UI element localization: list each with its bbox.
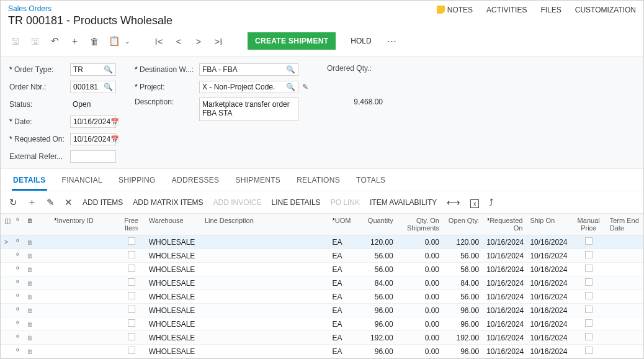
cell-manual-price[interactable]: [571, 345, 606, 358]
notes-link[interactable]: NOTES: [437, 6, 473, 14]
cell-ship-on[interactable]: 10/16/2024: [526, 235, 571, 249]
cell-requested-on[interactable]: 10/16/2024: [483, 235, 526, 249]
col-inventory[interactable]: *Inventory ID: [50, 214, 117, 235]
cell-uom[interactable]: EA: [329, 304, 359, 317]
cell-free-item[interactable]: [118, 235, 145, 249]
cell-warehouse[interactable]: WHOLESALE: [145, 331, 201, 345]
tab-addresses[interactable]: ADDRESSES: [171, 170, 221, 191]
col-term-end-date[interactable]: Term End Date: [606, 214, 643, 235]
table-row[interactable]: ⁰🗎WHOLESALEEA84.000.0084.0010/16/202410/…: [1, 276, 643, 290]
cell-requested-on[interactable]: 10/16/2024: [483, 304, 526, 317]
files-link[interactable]: FILES: [540, 6, 561, 14]
cell-free-item[interactable]: [118, 249, 145, 263]
grid-edit-icon[interactable]: ✎: [47, 197, 55, 208]
table-row[interactable]: ⁰🗎WHOLESALEEA192.000.00192.0010/16/20241…: [1, 331, 643, 345]
cell-open-qty[interactable]: 96.00: [443, 317, 483, 331]
col-open-qty[interactable]: Open Qty.: [443, 214, 483, 235]
cell-term-end-date[interactable]: [606, 263, 643, 276]
refresh-icon[interactable]: ↻: [9, 197, 17, 208]
cell-qty-shipments[interactable]: 0.00: [397, 304, 443, 317]
row-notes-icon[interactable]: 🗎: [23, 345, 37, 358]
cell-ship-on[interactable]: 10/16/2024: [526, 276, 571, 290]
col-line-description[interactable]: Line Description: [201, 214, 329, 235]
cell-open-qty[interactable]: 120.00: [443, 235, 483, 249]
description-input[interactable]: [199, 98, 298, 121]
cell-line-description[interactable]: [201, 263, 329, 276]
cell-qty-shipments[interactable]: 0.00: [397, 317, 443, 331]
order-nbr-input[interactable]: 000181🔍: [70, 81, 116, 93]
cell-requested-on[interactable]: 10/16/2024: [483, 276, 526, 290]
col-free-item[interactable]: Free Item: [118, 214, 145, 235]
cell-uom[interactable]: EA: [329, 331, 359, 345]
row-attach-icon[interactable]: ⁰: [12, 304, 23, 317]
cell-term-end-date[interactable]: [606, 304, 643, 317]
cell-qty-shipments[interactable]: 0.00: [397, 290, 443, 304]
row-attach-icon[interactable]: ⁰: [12, 263, 23, 276]
row-notes-icon[interactable]: 🗎: [23, 317, 37, 331]
table-row[interactable]: ⁰🗎WHOLESALEEA96.000.0096.0010/16/202410/…: [1, 317, 643, 331]
cell-term-end-date[interactable]: [606, 249, 643, 263]
cell-qty-shipments[interactable]: 0.00: [397, 345, 443, 358]
cell-line-description[interactable]: [201, 235, 329, 249]
cell-warehouse[interactable]: WHOLESALE: [145, 263, 201, 276]
cell-requested-on[interactable]: 10/16/2024: [483, 317, 526, 331]
cell-open-qty[interactable]: 96.00: [443, 345, 483, 358]
cell-ship-on[interactable]: 10/16/2024: [526, 331, 571, 345]
cell-inventory[interactable]: [50, 249, 117, 263]
cell-ship-on[interactable]: 10/16/2024: [526, 249, 571, 263]
cell-quantity[interactable]: 120.00: [359, 235, 397, 249]
cell-manual-price[interactable]: [571, 276, 606, 290]
cell-ship-on[interactable]: 10/16/2024: [526, 345, 571, 358]
cell-open-qty[interactable]: 84.00: [443, 276, 483, 290]
export-excel-icon[interactable]: x: [470, 197, 479, 208]
cell-free-item[interactable]: [118, 304, 145, 317]
customization-link[interactable]: CUSTOMIZATION: [575, 6, 636, 14]
cell-requested-on[interactable]: 10/16/2024: [483, 290, 526, 304]
cell-uom[interactable]: EA: [329, 290, 359, 304]
cell-quantity[interactable]: 96.00: [359, 345, 397, 358]
col-uom[interactable]: *UOM: [329, 214, 359, 235]
row-notes-icon[interactable]: 🗎: [23, 276, 37, 290]
cell-manual-price[interactable]: [571, 290, 606, 304]
breadcrumb[interactable]: Sales Orders: [8, 4, 172, 13]
activities-link[interactable]: ACTIVITIES: [486, 6, 527, 14]
grid-add-icon[interactable]: ＋: [27, 196, 37, 208]
cell-quantity[interactable]: 56.00: [359, 290, 397, 304]
cell-free-item[interactable]: [118, 263, 145, 276]
tab-totals[interactable]: TOTALS: [355, 170, 387, 191]
table-row[interactable]: ⁰🗎WHOLESALEEA56.000.0056.0010/16/202410/…: [1, 249, 643, 263]
cell-uom[interactable]: EA: [329, 263, 359, 276]
row-attach-icon[interactable]: ⁰: [12, 331, 23, 345]
cell-open-qty[interactable]: 192.00: [443, 331, 483, 345]
cell-warehouse[interactable]: WHOLESALE: [145, 290, 201, 304]
fit-columns-icon[interactable]: ⟷: [447, 197, 460, 208]
undo-icon[interactable]: ↶: [49, 35, 60, 47]
project-input[interactable]: X - Non-Project Code.🔍: [199, 81, 298, 93]
cell-ship-on[interactable]: 10/16/2024: [526, 290, 571, 304]
col-warehouse[interactable]: Warehouse: [145, 214, 201, 235]
tab-details[interactable]: DETAILS: [12, 170, 47, 191]
row-notes-icon[interactable]: 🗎: [23, 331, 37, 345]
cell-inventory[interactable]: [50, 290, 117, 304]
cell-open-qty[interactable]: 96.00: [443, 304, 483, 317]
row-notes-icon[interactable]: 🗎: [23, 304, 37, 317]
cell-requested-on[interactable]: 10/16/2024: [483, 249, 526, 263]
cell-quantity[interactable]: 56.00: [359, 249, 397, 263]
col-notes[interactable]: 🗎: [23, 214, 37, 235]
cell-manual-price[interactable]: [571, 331, 606, 345]
cell-uom[interactable]: EA: [329, 317, 359, 331]
cell-inventory[interactable]: [50, 276, 117, 290]
row-notes-icon[interactable]: 🗎: [23, 290, 37, 304]
cell-line-description[interactable]: [201, 345, 329, 358]
cell-line-description[interactable]: [201, 276, 329, 290]
col-quantity[interactable]: Quantity: [359, 214, 397, 235]
cell-ship-on[interactable]: 10/16/2024: [526, 263, 571, 276]
cell-uom[interactable]: EA: [329, 249, 359, 263]
cell-requested-on[interactable]: 10/16/2024: [483, 263, 526, 276]
tab-shipping[interactable]: SHIPPING: [117, 170, 157, 191]
tab-financial[interactable]: FINANCIAL: [61, 170, 104, 191]
search-icon[interactable]: 🔍: [104, 83, 113, 91]
row-attach-icon[interactable]: ⁰: [12, 249, 23, 263]
cell-term-end-date[interactable]: [606, 235, 643, 249]
item-availability-button[interactable]: ITEM AVAILABILITY: [370, 198, 437, 207]
